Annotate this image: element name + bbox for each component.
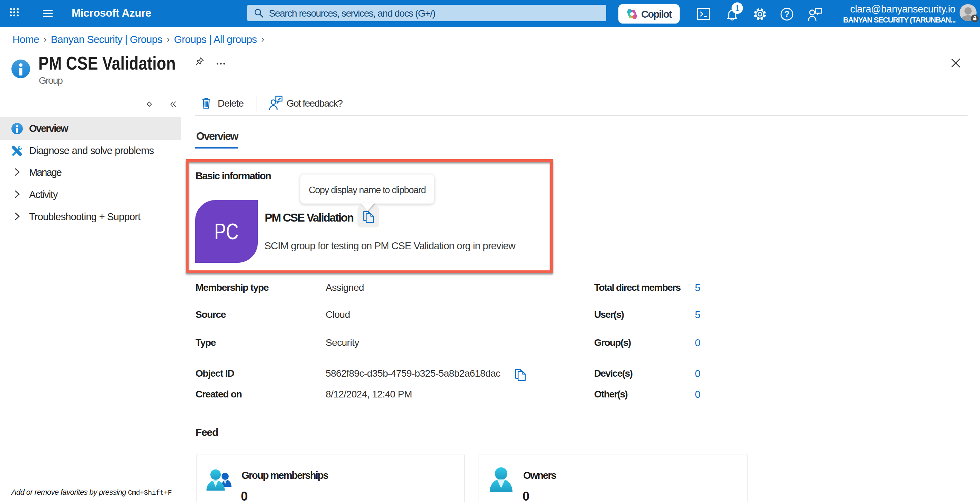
- svg-text:?: ?: [784, 10, 789, 19]
